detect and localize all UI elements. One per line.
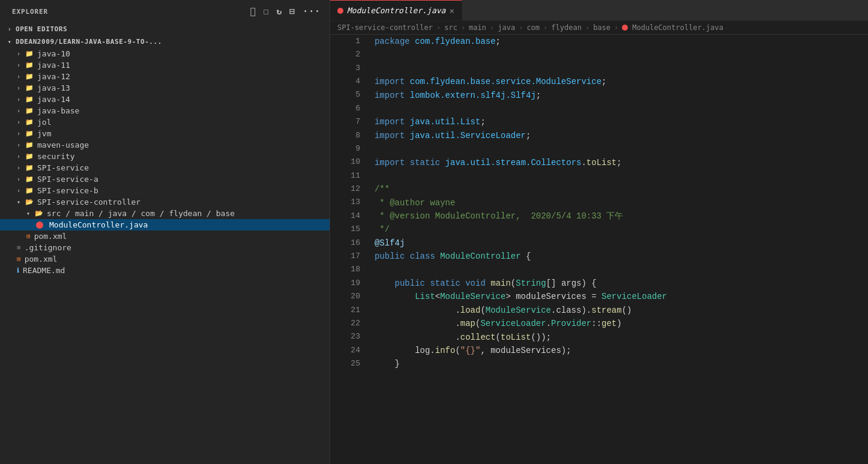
tree-item-spi-service-b[interactable]: 📁 SPI-service-b — [0, 185, 330, 196]
label-maven-usage: maven-usage — [37, 140, 89, 149]
label-java-10: java-10 — [37, 49, 70, 58]
bc-part-7: base — [593, 23, 610, 32]
folder-arrow-src — [26, 210, 35, 217]
tree-item-jol[interactable]: 📁 jol — [0, 116, 330, 128]
open-editors-chevron — [5, 26, 14, 32]
code-line-24: 24 log.info("{}", moduleServices); — [330, 344, 868, 357]
bc-part-8: ModuleController.java — [632, 23, 723, 32]
label-java-13: java-13 — [37, 83, 70, 92]
folder-icon-spi-service-a: 📁 — [25, 175, 34, 183]
folder-icon-spi-controller: 📂 — [25, 198, 34, 206]
label-gitignore: .gitignore — [25, 243, 71, 252]
folder-arrow-maven-usage — [17, 142, 25, 148]
explorer-title: EXPLORER — [12, 8, 48, 16]
code-line-22: 22 .map(ServiceLoader.Provider::get) — [330, 317, 868, 330]
label-java-14: java-14 — [37, 95, 70, 104]
folder-icon-security: 📁 — [25, 152, 34, 160]
tab-close-button[interactable]: × — [449, 7, 454, 15]
code-line-2: 2 — [330, 48, 868, 61]
lines-icon: ≡ — [17, 244, 21, 252]
tab-bar: ModuleController.java × — [330, 0, 868, 21]
code-line-21: 21 .load(ModuleService.class).stream() — [330, 304, 868, 317]
more-actions-icon[interactable]: ··· — [301, 5, 322, 18]
folder-arrow-security — [17, 153, 25, 160]
folder-arrow-jvm — [17, 130, 25, 137]
repo-section[interactable]: DDEAN2009/LEARN-JAVA-BASE-9-TO-... — [0, 35, 330, 48]
label-pom-xml-2: pom.xml — [25, 255, 58, 264]
code-line-5: 5 import lombok.extern.slf4j.Slf4j; — [330, 89, 868, 102]
repo-chevron — [5, 38, 14, 45]
new-folder-icon[interactable]: ☐ — [262, 5, 271, 18]
folder-arrow-java-12 — [17, 73, 25, 80]
tree-item-pom-xml-1[interactable]: ⊞ pom.xml — [0, 230, 330, 242]
tab-module-controller[interactable]: ModuleController.java × — [330, 0, 462, 20]
rss-icon-1: ⊞ — [26, 232, 31, 240]
info-icon: ℹ — [17, 267, 19, 274]
label-java-base: java-base — [37, 106, 79, 115]
tree-item-readme[interactable]: ℹ README.md — [0, 265, 330, 276]
label-java-11: java-11 — [37, 61, 70, 70]
tree-item-maven-usage[interactable]: 📁 maven-usage — [0, 139, 330, 151]
tree-item-java-13[interactable]: 📁 java-13 — [0, 82, 330, 94]
code-line-15: 15 */ — [330, 223, 868, 236]
folder-icon-spi-service: 📁 — [25, 164, 34, 172]
code-line-1: 1 package com.flydean.base; — [330, 35, 868, 48]
folder-arrow-java-11 — [17, 62, 25, 68]
refresh-icon[interactable]: ↻ — [274, 5, 284, 18]
code-table: 1 package com.flydean.base; 2 3 4 import… — [330, 35, 868, 371]
code-line-12: 12 /** — [330, 182, 868, 196]
code-line-9: 9 — [330, 142, 868, 155]
tree-item-java-14[interactable]: 📁 java-14 — [0, 94, 330, 105]
collapse-icon[interactable]: ⊟ — [288, 5, 297, 18]
folder-arrow-java-13 — [17, 85, 25, 91]
folder-arrow-java-14 — [17, 96, 25, 103]
open-editors-section[interactable]: OPEN EDITORS — [0, 23, 330, 35]
folder-icon-spi-service-b: 📁 — [25, 187, 34, 194]
new-file-icon[interactable]:  — [249, 5, 258, 18]
bc-part-2: src — [444, 23, 457, 32]
label-readme: README.md — [23, 266, 65, 275]
tree-item-java-10[interactable]: 📁 java-10 — [0, 48, 330, 59]
code-line-11: 11 — [330, 169, 868, 182]
tree-item-module-controller[interactable]: ModuleController.java — [0, 219, 330, 230]
tree-item-src-path[interactable]: 📂 src / main / java / com / flydean / ba… — [0, 208, 330, 219]
label-jol: jol — [37, 118, 51, 127]
tree-item-spi-service-controller[interactable]: 📂 SPI-service-controller — [0, 196, 330, 208]
label-spi-service: SPI-service — [37, 163, 89, 172]
folder-icon-java-base: 📁 — [25, 107, 34, 115]
code-editor[interactable]: 1 package com.flydean.base; 2 3 4 import… — [330, 35, 868, 464]
label-module-controller: ModuleController.java — [49, 220, 148, 229]
tree-item-spi-service[interactable]: 📁 SPI-service — [0, 162, 330, 173]
label-security: security — [37, 152, 75, 161]
folder-icon-src: 📂 — [35, 209, 43, 217]
tree-item-gitignore[interactable]: ≡ .gitignore — [0, 242, 330, 253]
folder-icon-java-10: 📁 — [25, 50, 34, 58]
folder-icon-java-11: 📁 — [25, 61, 34, 69]
label-spi-service-b: SPI-service-b — [37, 186, 98, 195]
label-java-12: java-12 — [37, 72, 70, 81]
sidebar-tree: OPEN EDITORS DDEAN2009/LEARN-JAVA-BASE-9… — [0, 23, 330, 464]
tree-item-java-12[interactable]: 📁 java-12 — [0, 71, 330, 82]
tab-error-icon — [337, 8, 343, 14]
code-line-18: 18 — [330, 264, 868, 277]
folder-arrow-java-10 — [17, 50, 25, 57]
folder-icon-jvm: 📁 — [25, 130, 34, 137]
tree-item-jvm[interactable]: 📁 jvm — [0, 128, 330, 139]
sidebar: EXPLORER  ☐ ↻ ⊟ ··· OPEN EDITORS DDEAN2… — [0, 0, 330, 464]
folder-arrow-spi-service-b — [17, 187, 25, 194]
tree-item-java-base[interactable]: 📁 java-base — [0, 105, 330, 116]
file-error-icon — [36, 221, 46, 229]
tree-item-java-11[interactable]: 📁 java-11 — [0, 59, 330, 71]
tree-item-security[interactable]: 📁 security — [0, 151, 330, 162]
folder-icon-maven-usage: 📁 — [25, 141, 34, 149]
tree-item-spi-service-a[interactable]: 📁 SPI-service-a — [0, 173, 330, 185]
repo-label: DDEAN2009/LEARN-JAVA-BASE-9-TO-... — [16, 38, 162, 46]
label-spi-service-a: SPI-service-a — [37, 175, 98, 184]
editor-area: ModuleController.java × SPI-service-cont… — [330, 0, 868, 464]
label-pom-xml-1: pom.xml — [34, 232, 67, 241]
tab-label: ModuleController.java — [347, 6, 445, 15]
tree-item-pom-xml-2[interactable]: ⊞ pom.xml — [0, 253, 330, 265]
code-line-3: 3 — [330, 62, 868, 75]
bc-part-6: flydean — [551, 23, 582, 32]
code-line-25: 25 } — [330, 357, 868, 370]
